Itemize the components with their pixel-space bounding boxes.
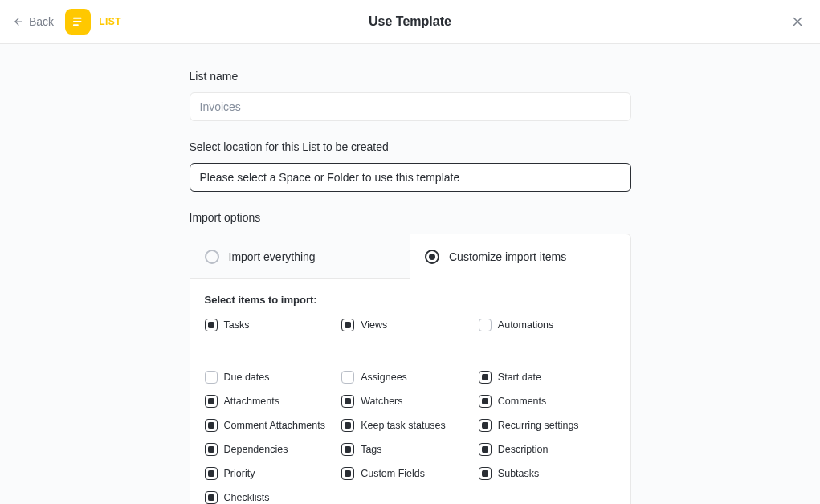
checkbox-icon bbox=[205, 443, 218, 456]
import-item-label: Assignees bbox=[361, 372, 407, 383]
import-tab-customize[interactable]: Customize import items bbox=[410, 234, 630, 279]
radio-icon bbox=[205, 250, 219, 264]
import-item-checkbox[interactable]: Watchers bbox=[341, 395, 479, 408]
checkbox-icon bbox=[341, 443, 354, 456]
svg-rect-1 bbox=[73, 18, 82, 19]
import-item-checkbox[interactable]: Attachments bbox=[205, 395, 342, 408]
import-item-checkbox[interactable]: Recurring settings bbox=[479, 419, 616, 432]
template-type-badge: LIST bbox=[65, 9, 121, 35]
back-label: Back bbox=[29, 15, 54, 28]
checkbox-icon bbox=[479, 395, 492, 408]
import-item-label: Automations bbox=[498, 319, 553, 331]
checkbox-icon bbox=[479, 371, 492, 384]
import-items-area: Select items to import: TasksViewsAutoma… bbox=[190, 279, 630, 504]
list-icon bbox=[65, 9, 91, 35]
close-icon bbox=[790, 14, 805, 29]
checkbox-icon bbox=[479, 419, 492, 432]
checkbox-icon bbox=[205, 395, 218, 408]
import-section: Import options Import everything Customi… bbox=[190, 211, 631, 504]
import-item-label: Tasks bbox=[224, 319, 250, 331]
checkbox-icon bbox=[341, 371, 354, 384]
import-item-label: Attachments bbox=[224, 396, 279, 407]
import-item-label: Tags bbox=[361, 444, 381, 455]
import-items-heading: Select items to import: bbox=[205, 294, 616, 306]
import-item-label: Dependencies bbox=[224, 444, 288, 455]
import-item-checkbox[interactable]: Tasks bbox=[205, 319, 342, 331]
import-top-col: Tasks bbox=[205, 319, 342, 343]
checkbox-icon bbox=[205, 419, 218, 432]
svg-rect-2 bbox=[73, 21, 82, 22]
import-item-checkbox[interactable]: Comment Attachments bbox=[205, 419, 342, 432]
svg-rect-3 bbox=[73, 24, 79, 26]
import-item-checkbox[interactable]: Checklists bbox=[205, 491, 342, 504]
import-item-checkbox[interactable]: Subtasks bbox=[479, 467, 616, 480]
import-item-checkbox[interactable]: Keep task statuses bbox=[341, 419, 479, 432]
import-item-checkbox[interactable]: Start date bbox=[479, 371, 616, 384]
import-item-checkbox[interactable]: Assignees bbox=[341, 371, 479, 384]
import-item-checkbox[interactable]: Automations bbox=[479, 319, 616, 331]
import-item-label: Start date bbox=[498, 372, 541, 383]
import-item-checkbox[interactable]: Due dates bbox=[205, 371, 342, 384]
form-content: List name Select location for this List … bbox=[190, 44, 631, 504]
import-grid-col: Start dateCommentsRecurring settingsDesc… bbox=[479, 371, 616, 504]
checkbox-icon bbox=[341, 395, 354, 408]
import-top-col: Automations bbox=[479, 319, 616, 343]
import-grid: Due datesAttachmentsComment AttachmentsD… bbox=[205, 371, 616, 504]
checkbox-icon bbox=[479, 319, 492, 331]
import-item-checkbox[interactable]: Views bbox=[341, 319, 479, 331]
close-button[interactable] bbox=[788, 12, 807, 31]
checkbox-icon bbox=[341, 467, 354, 480]
import-item-label: Due dates bbox=[224, 372, 270, 383]
import-item-checkbox[interactable]: Dependencies bbox=[205, 443, 342, 456]
location-placeholder-text: Please select a Space or Folder to use t… bbox=[200, 171, 460, 184]
import-item-label: Priority bbox=[224, 468, 255, 479]
modal-header: Back LIST Use Template bbox=[0, 0, 820, 44]
content-scroll[interactable]: List name Select location for this List … bbox=[0, 44, 820, 504]
import-tab-label: Customize import items bbox=[449, 250, 566, 263]
import-item-checkbox[interactable]: Custom Fields bbox=[341, 467, 479, 480]
back-button[interactable]: Back bbox=[13, 15, 54, 28]
location-label: Select location for this List to be crea… bbox=[190, 140, 631, 153]
import-tab-everything[interactable]: Import everything bbox=[190, 234, 411, 279]
import-top-row: TasksViewsAutomations bbox=[205, 319, 616, 343]
arrow-left-icon bbox=[13, 16, 24, 27]
checkbox-icon bbox=[205, 371, 218, 384]
import-grid-col: AssigneesWatchersKeep task statusesTagsC… bbox=[341, 371, 479, 504]
checkbox-icon bbox=[341, 419, 354, 432]
import-item-label: Views bbox=[361, 319, 387, 331]
import-item-label: Description bbox=[498, 444, 549, 455]
import-grid-col: Due datesAttachmentsComment AttachmentsD… bbox=[205, 371, 342, 504]
checkbox-icon bbox=[205, 467, 218, 480]
import-tab-label: Import everything bbox=[229, 250, 316, 263]
list-name-label: List name bbox=[190, 70, 631, 83]
import-tabs: Import everything Customize import items bbox=[190, 234, 630, 279]
import-item-checkbox[interactable]: Tags bbox=[341, 443, 479, 456]
import-options-box: Import everything Customize import items… bbox=[190, 234, 631, 504]
import-top-col: Views bbox=[341, 319, 479, 343]
import-item-label: Watchers bbox=[361, 396, 402, 407]
location-dropdown[interactable]: Please select a Space or Folder to use t… bbox=[190, 163, 631, 192]
import-item-label: Recurring settings bbox=[498, 420, 579, 431]
import-options-label: Import options bbox=[190, 211, 631, 224]
checkbox-icon bbox=[341, 319, 354, 331]
checkbox-icon bbox=[205, 319, 218, 331]
checkbox-icon bbox=[479, 443, 492, 456]
modal-title: Use Template bbox=[0, 14, 820, 29]
import-item-label: Comments bbox=[498, 396, 546, 407]
import-item-checkbox[interactable]: Priority bbox=[205, 467, 342, 480]
import-item-checkbox[interactable]: Description bbox=[479, 443, 616, 456]
import-item-label: Custom Fields bbox=[361, 468, 425, 479]
list-name-input[interactable] bbox=[190, 92, 631, 121]
checkbox-icon bbox=[479, 467, 492, 480]
location-section: Select location for this List to be crea… bbox=[190, 140, 631, 192]
import-item-label: Checklists bbox=[224, 492, 270, 503]
import-item-label: Comment Attachments bbox=[224, 420, 325, 431]
list-name-section: List name bbox=[190, 70, 631, 121]
import-item-checkbox[interactable]: Comments bbox=[479, 395, 616, 408]
checkbox-icon bbox=[205, 491, 218, 504]
radio-icon bbox=[425, 250, 439, 264]
divider bbox=[205, 356, 616, 356]
import-item-label: Subtasks bbox=[498, 468, 539, 479]
template-type-label: LIST bbox=[99, 16, 121, 27]
import-item-label: Keep task statuses bbox=[361, 420, 446, 431]
